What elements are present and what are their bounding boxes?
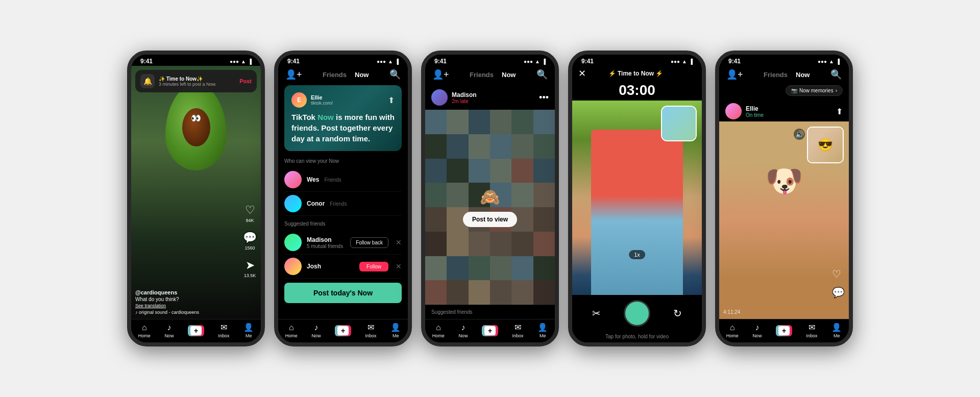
follow-back-button[interactable]: Follow back	[350, 237, 388, 248]
nav-home-label: Home	[138, 333, 151, 338]
like-action[interactable]: ♡ 94K	[245, 204, 255, 223]
blur-cell	[533, 207, 555, 232]
inbox-icon-3: ✉	[514, 322, 521, 332]
blur-cell	[511, 280, 533, 305]
capture-button[interactable]	[624, 300, 650, 327]
tab-friends-3[interactable]: Friends	[470, 71, 494, 79]
more-options-icon[interactable]: •••	[539, 92, 549, 103]
me-icon-5: 👤	[831, 322, 842, 332]
comment-icon-5[interactable]: 💬	[832, 286, 845, 299]
follow-button[interactable]: Follow	[359, 262, 388, 271]
nav-inbox[interactable]: ✉ Inbox	[218, 322, 230, 338]
suggested-madison: Madison 5 mutual friends Follow back ✕	[284, 231, 402, 255]
blur-cell	[469, 232, 490, 256]
flash-icon[interactable]: ✂	[592, 307, 601, 319]
tab-now[interactable]: Now	[355, 71, 369, 79]
add-friends-icon-3[interactable]: 👤+	[431, 68, 450, 81]
avocado-body: 👀	[165, 84, 227, 170]
nav-create-5[interactable]: +	[776, 325, 792, 336]
nav-home[interactable]: ⌂ Home	[138, 323, 151, 338]
blur-cell	[511, 134, 533, 159]
madison-info: Madison 5 mutual friends	[307, 236, 345, 249]
zoom-level[interactable]: 1x	[629, 250, 645, 259]
see-translation[interactable]: See translation	[135, 303, 235, 308]
nav-inbox-3[interactable]: ✉ Inbox	[512, 322, 524, 338]
nav-home-3[interactable]: ⌂ Home	[432, 323, 445, 338]
blur-cell	[447, 159, 468, 183]
create-button-3[interactable]: +	[482, 325, 498, 336]
nav-home-5[interactable]: ⌂ Home	[726, 323, 739, 338]
notification-banner[interactable]: 🔔 ✨ Time to Now✨ 3 minutes left to post …	[135, 70, 257, 92]
battery-icon-4: ▐	[689, 59, 693, 64]
nav-home-2[interactable]: ⌂ Home	[285, 323, 298, 338]
nav-now-3[interactable]: ♪ Now	[458, 323, 468, 338]
nav-inbox-2[interactable]: ✉ Inbox	[365, 322, 377, 338]
wes-info: Wes	[307, 176, 319, 183]
battery-icon-3: ▐	[542, 59, 546, 64]
post-to-view-button[interactable]: Post to view	[463, 212, 517, 227]
now-highlight: Now	[317, 113, 334, 121]
time-4: 9:41	[581, 58, 594, 65]
feed-sidebar: ♡ 94K 💬 1560 ➤ 13.5K	[243, 204, 257, 278]
nav-now-2[interactable]: ♪ Now	[311, 323, 321, 338]
me-icon-2: 👤	[390, 322, 401, 332]
dismiss-josh[interactable]: ✕	[396, 262, 402, 270]
nav-now-5[interactable]: ♪ Now	[752, 323, 762, 338]
status-icons-1: ●●● ▲ ▐	[230, 59, 252, 64]
tab-friends[interactable]: Friends	[323, 71, 347, 79]
nav-now-label: Now	[164, 333, 174, 338]
username[interactable]: @cardioqueens	[135, 289, 235, 295]
nav-me-3[interactable]: 👤 Me	[537, 322, 548, 338]
flip-camera-icon[interactable]: ↻	[673, 307, 682, 319]
comment-action[interactable]: 💬 1560	[243, 231, 257, 251]
add-friends-icon-5[interactable]: 👤+	[725, 68, 744, 81]
create-button-2[interactable]: +	[335, 325, 351, 336]
status-icons-5: ●●● ▲ ▐	[818, 59, 840, 64]
nav-me-5[interactable]: 👤 Me	[831, 322, 842, 338]
sound-info[interactable]: ♪ original sound - cardioqueens	[135, 310, 235, 315]
add-friends-icon[interactable]: 👤+	[284, 68, 303, 81]
tab-now-3[interactable]: Now	[502, 71, 516, 79]
heart-icon-5[interactable]: ♡	[832, 268, 845, 280]
create-button-5[interactable]: +	[776, 325, 792, 336]
search-button-3[interactable]: 🔍	[535, 68, 549, 81]
share-post-icon[interactable]: ⬆	[836, 107, 843, 116]
nav-now[interactable]: ♪ Now	[164, 323, 174, 338]
blur-cell	[511, 232, 533, 256]
promo-share-icon[interactable]: ⬆	[388, 95, 395, 105]
nav-create-2[interactable]: +	[335, 325, 351, 336]
p3-top-nav: 👤+ Friends Now 🔍	[425, 66, 555, 85]
search-button[interactable]: 🔍	[388, 68, 402, 81]
share-action[interactable]: ➤ 13.5K	[244, 259, 256, 278]
nav-me[interactable]: 👤 Me	[243, 322, 254, 338]
blur-cell	[425, 183, 447, 207]
blur-cell	[533, 280, 555, 305]
blur-cell	[447, 110, 468, 134]
post-now-button[interactable]: Post today's Now	[284, 283, 402, 303]
close-camera-icon[interactable]: ✕	[578, 68, 586, 79]
blur-cell	[533, 134, 555, 159]
now-icon-2: ♪	[314, 323, 318, 332]
search-button-5[interactable]: 🔍	[829, 68, 843, 81]
nav-me-2[interactable]: 👤 Me	[390, 322, 401, 338]
josh-avatar	[284, 258, 302, 275]
status-bar-3: 9:41 ●●● ▲ ▐	[425, 55, 555, 66]
sound-icon[interactable]: 🔊	[794, 129, 805, 140]
inbox-icon: ✉	[220, 322, 227, 332]
time-1: 9:41	[140, 58, 153, 65]
status-bar-1: 9:41 ●●● ▲ ▐	[131, 55, 261, 66]
nav-create-3[interactable]: +	[482, 325, 498, 336]
tab-friends-5[interactable]: Friends	[764, 71, 788, 79]
nav-inbox-5[interactable]: ✉ Inbox	[806, 322, 818, 338]
home-icon: ⌂	[142, 323, 147, 332]
dismiss-madison[interactable]: ✕	[396, 238, 402, 246]
now-memories-button[interactable]: 📷 Now memories ›	[786, 85, 843, 96]
notif-post-action[interactable]: Post	[239, 78, 252, 84]
like-count: 94K	[246, 218, 254, 223]
create-button[interactable]: +	[188, 325, 204, 336]
blurred-post-area: 🙈 Post to view	[425, 110, 555, 305]
nav-create[interactable]: +	[188, 325, 204, 336]
wes-tag: Friends	[324, 177, 341, 183]
tab-now-5[interactable]: Now	[796, 71, 810, 79]
camera-viewfinder[interactable]: 1x	[572, 101, 702, 295]
